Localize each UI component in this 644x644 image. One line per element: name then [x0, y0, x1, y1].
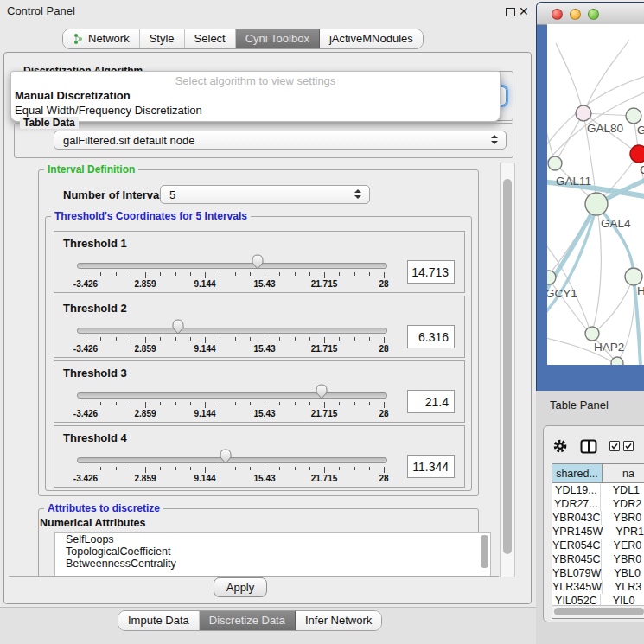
network-node[interactable]: [611, 357, 623, 365]
apply-button[interactable]: Apply: [214, 577, 267, 597]
checkbox-checked-icon[interactable]: [609, 441, 620, 451]
network-node-gcy1[interactable]: [547, 271, 556, 284]
slider-track[interactable]: [77, 328, 387, 334]
slider-track[interactable]: [77, 263, 387, 269]
slider-tick: [116, 272, 117, 276]
slider-tick: [175, 337, 176, 341]
tab-style[interactable]: Style: [140, 29, 185, 48]
tab-cyni-toolbox[interactable]: Cyni Toolbox: [236, 29, 320, 48]
table-column-header[interactable]: shared...: [552, 464, 603, 483]
minimize-traffic-light-icon[interactable]: [570, 9, 581, 20]
network-node-ga[interactable]: [626, 108, 641, 124]
network-node-gal4[interactable]: [585, 193, 608, 215]
network-node-gal11[interactable]: [548, 156, 562, 170]
table-cell[interactable]: YDR27...: [552, 497, 601, 511]
control-panel-titlebar: Control Panel ✕: [0, 0, 536, 22]
table-row[interactable]: YDL19...YDL1: [552, 483, 644, 497]
attribute-list-item[interactable]: SelfLoops: [55, 533, 490, 545]
slider-tick: [309, 467, 310, 470]
network-view-window[interactable]: GAL80GACGAL11GAL4GCY1HHAP2: [536, 2, 644, 392]
bottom-tab-discretize-data[interactable]: Discretize Data: [200, 611, 296, 630]
table-hscrollbar-thumb[interactable]: [554, 608, 644, 615]
slider-tick: [295, 272, 296, 276]
numerical-attributes-list[interactable]: SelfLoopsTopologicalCoefficientBetweenne…: [54, 532, 491, 577]
table-cell[interactable]: YBL0: [602, 566, 644, 580]
table-cell[interactable]: YBL079W: [552, 566, 602, 580]
table-row[interactable]: YBL079WYBL0: [552, 566, 644, 580]
network-node-h[interactable]: [625, 268, 642, 285]
attribute-list-item[interactable]: BetweennessCentrality: [55, 558, 490, 570]
number-of-intervals-value: 5: [169, 188, 175, 201]
slider-tick-label: 2.859: [119, 279, 171, 289]
main-scrollbar-thumb[interactable]: [503, 179, 512, 554]
numerical-attributes-label: Numerical Attributes: [40, 517, 145, 529]
table-horizontal-scrollbar[interactable]: [552, 605, 644, 618]
slider-handle[interactable]: [172, 319, 184, 335]
threshold-value-field[interactable]: 21.4: [407, 390, 455, 413]
threshold-value-field[interactable]: 11.344: [407, 455, 455, 478]
table-row[interactable]: YIL052CYIL0: [552, 594, 644, 606]
main-scrollbar[interactable]: [500, 163, 515, 577]
table-cell[interactable]: YLR3: [603, 580, 644, 594]
bottom-tab-infer-network[interactable]: Infer Network: [296, 611, 381, 630]
table-row[interactable]: YLR345WYLR3: [552, 580, 644, 594]
tab-network[interactable]: Network: [63, 29, 140, 48]
table-cell[interactable]: YBR045C: [552, 552, 602, 566]
threshold-value-field[interactable]: 6.316: [407, 325, 455, 348]
table-cell[interactable]: YIL052C: [552, 594, 601, 606]
slider-handle[interactable]: [252, 254, 264, 270]
slider-tick: [86, 402, 86, 408]
slider-tick: [250, 402, 251, 405]
table-cell[interactable]: YER0: [602, 539, 644, 552]
table-row[interactable]: YBR045CYBR0: [552, 552, 644, 566]
table-data-combobox[interactable]: galFiltered.sif default node: [54, 131, 507, 150]
table-cell[interactable]: YDR2: [601, 497, 644, 511]
close-icon[interactable]: ✕: [519, 3, 529, 20]
popup-item-equal[interactable]: Equal Width/Frequency Discretization: [11, 103, 500, 118]
table-cell[interactable]: YLR345W: [552, 580, 603, 594]
checkbox-checked-icon[interactable]: [623, 441, 634, 451]
slider-handle[interactable]: [316, 384, 328, 399]
tab-select[interactable]: Select: [185, 29, 236, 48]
tab-jactivemnodules[interactable]: jActiveMNodules: [320, 29, 423, 48]
table-cell[interactable]: YBR043C: [552, 511, 602, 525]
threshold-label: Threshold 1: [63, 237, 127, 250]
slider-handle[interactable]: [220, 449, 232, 464]
attr-items: SelfLoopsTopologicalCoefficientBetweenne…: [55, 533, 490, 570]
network-node-gal80[interactable]: [576, 105, 591, 121]
split-column-icon[interactable]: [580, 439, 597, 454]
table-row[interactable]: YBR043CYBR0: [552, 511, 644, 525]
attributes-list-scrollbar[interactable]: [481, 535, 488, 568]
float-window-icon[interactable]: [506, 8, 515, 16]
slider-track[interactable]: [77, 457, 387, 463]
network-node-label: GA: [637, 124, 644, 137]
table-cell[interactable]: YPR1: [603, 525, 644, 539]
bottom-tab-impute-data[interactable]: Impute Data: [118, 611, 200, 630]
table-cell[interactable]: YDL1: [601, 483, 644, 497]
slider-track[interactable]: [77, 392, 387, 399]
threshold-value-field[interactable]: 14.713: [407, 260, 455, 284]
table-cell[interactable]: YBR0: [602, 511, 644, 525]
table-column-header[interactable]: na: [602, 464, 644, 483]
threshold-panel-4: Threshold 4-3.4262.8599.14415.4321.71528…: [54, 425, 465, 488]
table-cell[interactable]: YER054C: [552, 539, 602, 552]
number-of-intervals-combobox[interactable]: 5: [160, 185, 370, 204]
close-traffic-light-icon[interactable]: [552, 9, 563, 20]
network-node-hap2[interactable]: [585, 327, 599, 341]
network-node-c[interactable]: [630, 145, 644, 163]
zoom-traffic-light-icon[interactable]: [588, 9, 599, 20]
table-row[interactable]: YDR27...YDR2: [552, 497, 644, 511]
network-canvas[interactable]: GAL80GACGAL11GAL4GCY1HHAP2: [547, 24, 644, 365]
bottom-tabbar: Impute DataDiscretize DataInfer Network: [118, 610, 382, 631]
slider-tick: [324, 337, 325, 343]
slider-tick: [160, 337, 161, 341]
gear-icon[interactable]: [552, 438, 568, 454]
table-row[interactable]: YER054CYER0: [552, 539, 644, 552]
attribute-list-item[interactable]: TopologicalCoefficient: [55, 545, 490, 558]
table-cell[interactable]: YDL19...: [552, 483, 601, 497]
table-row[interactable]: YPR145WYPR1: [552, 525, 644, 539]
table-cell[interactable]: YIL0: [601, 594, 644, 606]
table-cell[interactable]: YPR145W: [552, 525, 603, 539]
popup-item-manual[interactable]: Manual Discretization: [11, 88, 500, 103]
table-cell[interactable]: YBR0: [602, 552, 644, 566]
